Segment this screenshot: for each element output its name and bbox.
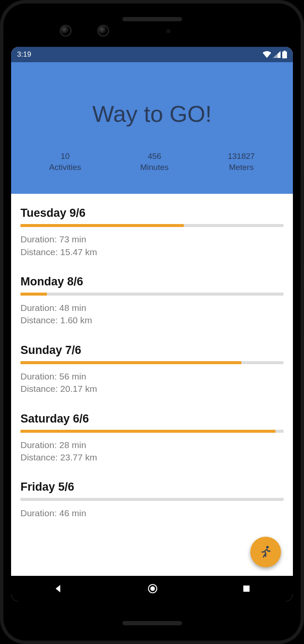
activity-progress-fill bbox=[20, 430, 275, 433]
speaker-bottom bbox=[122, 621, 182, 625]
activity-progress bbox=[20, 224, 284, 227]
nav-recent-icon[interactable] bbox=[242, 584, 251, 593]
activity-duration: Duration: 48 min bbox=[20, 302, 284, 314]
activity-progress bbox=[20, 430, 284, 433]
activity-progress-fill bbox=[20, 293, 47, 296]
activity-item[interactable]: Saturday 6/6 Duration: 28 min Distance: … bbox=[11, 404, 293, 472]
cell-signal-icon bbox=[273, 51, 281, 58]
camera-lens-1 bbox=[60, 25, 72, 37]
activity-meta: Duration: 73 min Distance: 15.47 km bbox=[20, 233, 284, 258]
device-frame: 3:19 Way to GO! 10 Activities 456 Minute… bbox=[0, 0, 304, 644]
activity-distance: Distance: 1.60 km bbox=[20, 314, 284, 326]
activity-title: Friday 5/6 bbox=[20, 480, 284, 494]
activity-progress-fill bbox=[20, 224, 184, 227]
sensor-dot bbox=[166, 29, 171, 33]
activity-duration: Duration: 56 min bbox=[20, 370, 284, 382]
activity-item[interactable]: Friday 5/6 Duration: 46 min bbox=[11, 472, 293, 528]
activity-distance: Distance: 15.47 km bbox=[20, 246, 284, 258]
activity-progress-fill bbox=[20, 361, 241, 364]
status-icons bbox=[263, 51, 287, 58]
run-icon bbox=[258, 545, 273, 559]
activity-progress bbox=[20, 498, 284, 501]
activity-duration: Duration: 28 min bbox=[20, 439, 284, 451]
svg-rect-5 bbox=[243, 586, 250, 592]
stat-minutes-value: 456 bbox=[140, 151, 169, 162]
stat-activities-label: Activities bbox=[49, 162, 81, 173]
camera-lens-2 bbox=[97, 25, 109, 37]
status-time: 3:19 bbox=[17, 50, 31, 59]
activity-item[interactable]: Tuesday 9/6 Duration: 73 min Distance: 1… bbox=[11, 198, 293, 267]
start-activity-fab[interactable] bbox=[250, 537, 281, 567]
hero-stats: 10 Activities 456 Minutes 131827 Meters bbox=[20, 151, 284, 172]
status-bar: 3:19 bbox=[11, 47, 293, 62]
svg-point-2 bbox=[266, 546, 269, 549]
activity-distance: Distance: 23.77 km bbox=[20, 451, 284, 463]
activity-duration: Duration: 46 min bbox=[20, 507, 284, 519]
activity-title: Sunday 7/6 bbox=[20, 344, 284, 357]
svg-rect-1 bbox=[284, 51, 286, 52]
nav-home-icon[interactable] bbox=[147, 583, 158, 594]
activity-duration: Duration: 73 min bbox=[20, 233, 284, 245]
stat-minutes-label: Minutes bbox=[140, 162, 169, 173]
svg-point-4 bbox=[151, 586, 155, 591]
speaker-top bbox=[122, 17, 182, 21]
stat-activities: 10 Activities bbox=[49, 151, 81, 172]
stat-meters-value: 131827 bbox=[228, 151, 255, 162]
activity-item[interactable]: Sunday 7/6 Duration: 56 min Distance: 20… bbox=[11, 335, 293, 404]
activity-title: Tuesday 9/6 bbox=[20, 207, 284, 220]
hero-header: Way to GO! 10 Activities 456 Minutes 131… bbox=[11, 62, 293, 194]
activity-item[interactable]: Monday 8/6 Duration: 48 min Distance: 1.… bbox=[11, 267, 293, 335]
stat-activities-value: 10 bbox=[49, 151, 81, 162]
activity-meta: Duration: 46 min bbox=[20, 507, 284, 519]
android-navbar bbox=[11, 576, 293, 601]
hero-title: Way to GO! bbox=[20, 101, 284, 127]
stat-minutes: 456 Minutes bbox=[140, 151, 169, 172]
activity-list[interactable]: Tuesday 9/6 Duration: 73 min Distance: 1… bbox=[11, 194, 293, 576]
activity-meta: Duration: 56 min Distance: 20.17 km bbox=[20, 370, 284, 395]
activity-progress bbox=[20, 361, 284, 364]
stat-meters-label: Meters bbox=[228, 162, 255, 173]
activity-progress bbox=[20, 293, 284, 296]
nav-back-icon[interactable] bbox=[53, 583, 64, 594]
stat-meters: 131827 Meters bbox=[228, 151, 255, 172]
activity-title: Monday 8/6 bbox=[20, 275, 284, 288]
battery-icon bbox=[282, 51, 287, 58]
svg-rect-0 bbox=[282, 52, 287, 58]
activity-meta: Duration: 48 min Distance: 1.60 km bbox=[20, 302, 284, 327]
activity-distance: Distance: 20.17 km bbox=[20, 382, 284, 395]
wifi-icon bbox=[263, 51, 271, 58]
activity-meta: Duration: 28 min Distance: 23.77 km bbox=[20, 439, 284, 464]
activity-title: Saturday 6/6 bbox=[20, 412, 284, 426]
screen: 3:19 Way to GO! 10 Activities 456 Minute… bbox=[11, 47, 293, 601]
